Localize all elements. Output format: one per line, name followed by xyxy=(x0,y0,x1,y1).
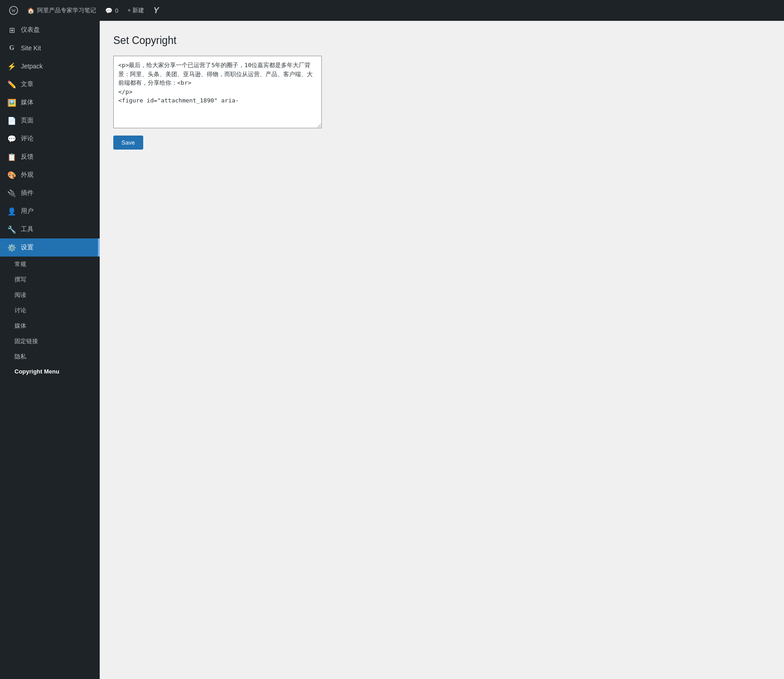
main-content: Set Copyright <p>最后，给大家分享一个已运营了5年的圈子，10位… xyxy=(100,21,784,679)
admin-bar: W 🏠 阿里产品专家学习笔记 💬 0 + 新建 Y xyxy=(0,0,784,21)
subitem-writing[interactable]: 撰写 xyxy=(0,272,100,287)
appearance-icon: 🎨 xyxy=(7,170,16,179)
subitem-discussion[interactable]: 讨论 xyxy=(0,303,100,318)
tools-icon: 🔧 xyxy=(7,225,16,234)
comments-button[interactable]: 💬 0 xyxy=(101,0,123,21)
sidebar-item-users[interactable]: 👤 用户 xyxy=(0,202,100,220)
sidebar-label-pages: 页面 xyxy=(21,116,34,125)
copyright-content-textarea[interactable]: <p>最后，给大家分享一个已运营了5年的圈子，10位嘉宾都是多年大厂背景：阿里、… xyxy=(113,56,322,128)
sidebar-item-articles[interactable]: ✏️ 文章 xyxy=(0,75,100,93)
plugin-button[interactable]: Y xyxy=(149,0,163,21)
subitem-media-settings[interactable]: 媒体 xyxy=(0,318,100,334)
subitem-permalinks[interactable]: 固定链接 xyxy=(0,334,100,349)
subitem-privacy[interactable]: 隐私 xyxy=(0,349,100,364)
media-icon: 🖼️ xyxy=(7,98,16,107)
save-button[interactable]: Save xyxy=(113,136,143,150)
page-title: Set Copyright xyxy=(113,34,770,47)
subitem-general[interactable]: 常规 xyxy=(0,257,100,272)
sidebar-label-sitekit: Site Kit xyxy=(21,44,41,52)
sidebar-label-appearance: 外观 xyxy=(21,171,34,179)
home-icon: 🏠 xyxy=(27,7,34,14)
subitem-reading[interactable]: 阅读 xyxy=(0,287,100,303)
comments-icon: 💬 xyxy=(105,7,112,14)
sidebar-label-comments: 评论 xyxy=(21,135,34,143)
sidebar-item-dashboard[interactable]: ⊞ 仪表盘 xyxy=(0,21,100,39)
svg-text:W: W xyxy=(11,8,16,13)
sidebar-label-users: 用户 xyxy=(21,207,34,215)
sidebar-item-jetpack[interactable]: ⚡ Jetpack xyxy=(0,57,100,75)
sidebar-item-appearance[interactable]: 🎨 外观 xyxy=(0,166,100,184)
sidebar-label-settings: 设置 xyxy=(21,243,34,252)
sidebar-item-plugins[interactable]: 🔌 插件 xyxy=(0,184,100,202)
plugins-icon: 🔌 xyxy=(7,189,16,198)
articles-icon: ✏️ xyxy=(7,80,16,89)
dashboard-icon: ⊞ xyxy=(7,25,16,34)
sidebar-label-media: 媒体 xyxy=(21,98,34,107)
home-icon-button[interactable]: 🏠 阿里产品专家学习笔记 xyxy=(23,0,101,21)
new-label: + 新建 xyxy=(127,6,144,15)
subitem-copyright-menu[interactable]: Copyright Menu xyxy=(0,364,100,378)
sidebar-label-plugins: 插件 xyxy=(21,189,34,197)
sidebar-item-settings[interactable]: ⚙️ 设置 xyxy=(0,238,100,257)
new-content-button[interactable]: + 新建 xyxy=(123,0,149,21)
sidebar-label-tools: 工具 xyxy=(21,225,34,233)
sidebar-item-tools[interactable]: 🔧 工具 xyxy=(0,220,100,238)
sidebar-item-pages[interactable]: 📄 页面 xyxy=(0,112,100,130)
sidebar-item-media[interactable]: 🖼️ 媒体 xyxy=(0,93,100,112)
sidebar: ⊞ 仪表盘 G Site Kit ⚡ Jetpack ✏️ 文章 🖼️ 媒体 📄… xyxy=(0,21,100,679)
sidebar-label-feedback: 反馈 xyxy=(21,153,34,161)
sidebar-item-feedback[interactable]: 📋 反馈 xyxy=(0,148,100,166)
sidebar-item-sitekit[interactable]: G Site Kit xyxy=(0,39,100,57)
comments-sidebar-icon: 💬 xyxy=(7,134,16,143)
settings-icon: ⚙️ xyxy=(7,243,16,252)
users-icon: 👤 xyxy=(7,207,16,216)
sidebar-item-comments[interactable]: 💬 评论 xyxy=(0,130,100,148)
sidebar-label-jetpack: Jetpack xyxy=(21,63,43,70)
pages-icon: 📄 xyxy=(7,116,16,125)
comments-count: 0 xyxy=(115,7,118,14)
wp-logo-button[interactable]: W xyxy=(5,0,23,21)
sidebar-label-articles: 文章 xyxy=(21,80,34,88)
site-name: 阿里产品专家学习笔记 xyxy=(37,6,96,15)
feedback-icon: 📋 xyxy=(7,152,16,161)
sitekit-icon: G xyxy=(7,44,16,53)
jetpack-icon: ⚡ xyxy=(7,62,16,71)
plugin-icon: Y xyxy=(153,6,159,15)
sidebar-label-dashboard: 仪表盘 xyxy=(21,26,40,34)
